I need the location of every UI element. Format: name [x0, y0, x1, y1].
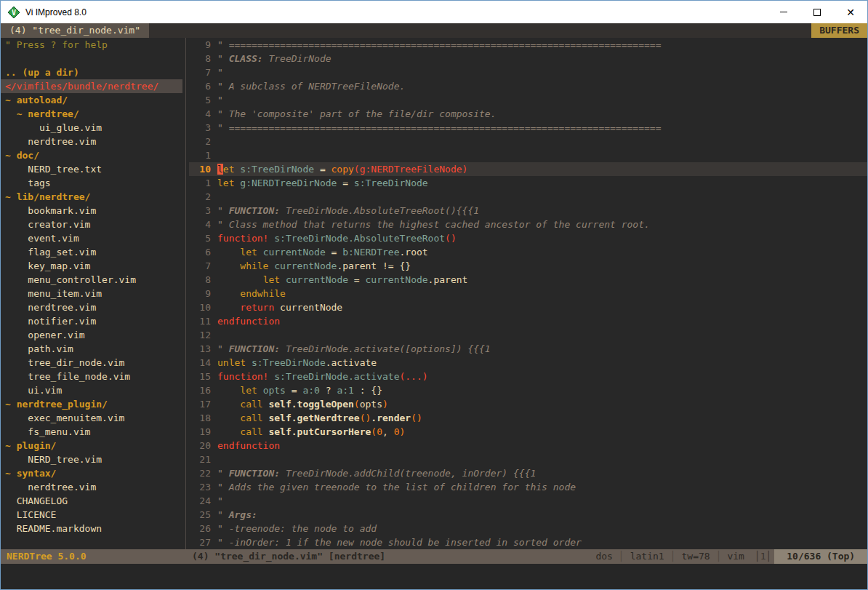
code-line[interactable]: 4" The 'composite' part of the file/dir …: [189, 107, 867, 121]
code-line[interactable]: 10let s:TreeDirNode = copy(g:NERDTreeFil…: [189, 162, 867, 176]
tree-item[interactable]: nerdtree.vim: [1, 135, 182, 148]
tree-item[interactable]: nerdtree.vim: [1, 480, 182, 494]
tree-item[interactable]: flag_set.vim: [1, 245, 182, 259]
code-line[interactable]: 26" -treenode: the node to add: [189, 522, 867, 535]
tree-item-label: tree_dir_node.vim: [5, 357, 124, 368]
code-line[interactable]: 12: [189, 328, 867, 342]
close-button[interactable]: ✕: [834, 1, 867, 23]
tree-item[interactable]: key_map.vim: [1, 259, 182, 273]
code-line[interactable]: 16 let opts = a:0 ? a:1 : {}: [189, 383, 867, 397]
code-line[interactable]: 22" FUNCTION: TreeDirNode.addChild(treen…: [189, 466, 867, 480]
code-line[interactable]: 8" CLASS: TreeDirNode: [189, 52, 867, 65]
code-line[interactable]: 8 let currentNode = currentNode.parent: [189, 273, 867, 287]
tree-item[interactable]: creator.vim: [1, 218, 182, 231]
command-line[interactable]: [1, 564, 867, 589]
line-number: 7: [189, 65, 211, 79]
tree-item[interactable]: path.vim: [1, 342, 182, 356]
code-line[interactable]: 2: [189, 190, 867, 204]
tree-item[interactable]: NERD_tree.txt: [1, 162, 182, 176]
tree-item[interactable]: opener.vim: [1, 328, 182, 342]
buffers-tab[interactable]: BUFFERS: [811, 23, 867, 38]
tree-item[interactable]: nerdtree.vim: [1, 300, 182, 314]
line-number: 25: [189, 508, 211, 522]
code-line[interactable]: 25" Args:: [189, 508, 867, 522]
code-line[interactable]: 2: [189, 135, 867, 148]
code-token: [217, 247, 240, 258]
tree-item[interactable]: ~ nerdtree_plugin/: [1, 397, 182, 411]
tree-item[interactable]: ~ doc/: [1, 148, 182, 162]
tree-item[interactable]: README.markdown: [1, 522, 182, 535]
code-line[interactable]: 27" -inOrder: 1 if the new node should b…: [189, 535, 867, 549]
tree-item[interactable]: tree_dir_node.vim: [1, 356, 182, 370]
code-line[interactable]: 15function! s:TreeDirNode.activate(...): [189, 370, 867, 383]
code-line[interactable]: 19 call self.putCursorHere(0, 0): [189, 425, 867, 439]
code-line[interactable]: 11endfunction: [189, 314, 867, 328]
code-text: call self.putCursorHere(0, 0): [211, 425, 405, 439]
code-line[interactable]: 4" Class method that returns the highest…: [189, 218, 867, 231]
code-line[interactable]: 3" =====================================…: [189, 121, 867, 135]
editor-panel[interactable]: 9" =====================================…: [189, 38, 867, 549]
code-line[interactable]: 5function! s:TreeDirNode.AbsoluteTreeRoo…: [189, 231, 867, 245]
code-line[interactable]: 17 call self.toggleOpen(opts): [189, 397, 867, 411]
code-line[interactable]: 21: [189, 453, 867, 466]
window-separator[interactable]: [182, 38, 189, 549]
tree-item[interactable]: event.vim: [1, 231, 182, 245]
line-number: 5: [189, 93, 211, 107]
tree-item-label: menu_item.vim: [5, 288, 102, 299]
tree-item[interactable]: menu_item.vim: [1, 287, 182, 300]
tree-item[interactable]: ~ autoload/: [1, 93, 182, 107]
tree-item[interactable]: LICENCE: [1, 508, 182, 522]
tree-item[interactable]: bookmark.vim: [1, 204, 182, 218]
tree-item[interactable]: ~ syntax/: [1, 466, 182, 480]
code-line[interactable]: 13" FUNCTION: TreeDirNode.activate([opti…: [189, 342, 867, 356]
code-line[interactable]: 20endfunction: [189, 439, 867, 453]
code-text: call self.getNerdtree().render(): [211, 411, 422, 425]
tree-item[interactable]: tree_file_node.vim: [1, 370, 182, 383]
tree-item-label: ui.vim: [5, 385, 62, 396]
tree-item[interactable]: ui_glue.vim: [1, 121, 182, 135]
code-line[interactable]: 5": [189, 93, 867, 107]
tree-item[interactable]: " Press ? for help: [1, 38, 182, 52]
maximize-button[interactable]: [800, 1, 834, 23]
code-line[interactable]: 18 call self.getNerdtree().render(): [189, 411, 867, 425]
tree-item[interactable]: ~ plugin/: [1, 439, 182, 453]
tree-item[interactable]: ui.vim: [1, 383, 182, 397]
code-line[interactable]: 3" FUNCTION: TreeDirNode.AbsoluteTreeRoo…: [189, 204, 867, 218]
tree-root-item[interactable]: </vimfiles/bundle/nerdtree/: [1, 79, 182, 93]
tree-item[interactable]: menu_controller.vim: [1, 273, 182, 287]
code-line[interactable]: 6 let currentNode = b:NERDTree.root: [189, 245, 867, 259]
tree-item[interactable]: CHANGELOG: [1, 494, 182, 508]
tree-item[interactable]: .. (up a dir): [1, 65, 182, 79]
tree-item[interactable]: [1, 535, 182, 549]
code-line[interactable]: 7": [189, 65, 867, 79]
tree-item[interactable]: ~ nerdtree/: [1, 107, 182, 121]
tree-item-label: ~ lib/nerdtree/: [5, 191, 90, 202]
code-line[interactable]: 1let g:NERDTreeDirNode = s:TreeDirNode: [189, 176, 867, 190]
code-line[interactable]: 10 return currentNode: [189, 300, 867, 314]
minimize-button[interactable]: [767, 1, 800, 23]
line-number: 16: [189, 383, 211, 397]
code-line[interactable]: 23" Adds the given treenode to the list …: [189, 480, 867, 494]
code-text: unlet s:TreeDirNode.activate: [211, 356, 377, 370]
code-line[interactable]: 6" A subclass of NERDTreeFileNode.: [189, 79, 867, 93]
tree-item[interactable]: exec_menuitem.vim: [1, 411, 182, 425]
code-token: " The 'composite' part of the file/dir c…: [217, 108, 497, 119]
tree-item[interactable]: fs_menu.vim: [1, 425, 182, 439]
tree-item[interactable]: [1, 52, 182, 65]
code-line[interactable]: 7 while currentNode.parent != {}: [189, 259, 867, 273]
code-line[interactable]: 14unlet s:TreeDirNode.activate: [189, 356, 867, 370]
code-line[interactable]: 9 endwhile: [189, 287, 867, 300]
nerdtree-panel[interactable]: " Press ? for help.. (up a dir)</vimfile…: [1, 38, 182, 549]
tree-item[interactable]: NERD_tree.vim: [1, 453, 182, 466]
tree-item[interactable]: tags: [1, 176, 182, 190]
code-line[interactable]: 1: [189, 148, 867, 162]
tree-item[interactable]: notifier.vim: [1, 314, 182, 328]
code-line[interactable]: 24": [189, 494, 867, 508]
tree-item[interactable]: ~ lib/nerdtree/: [1, 190, 182, 204]
code-line[interactable]: 9" =====================================…: [189, 38, 867, 52]
tab-tree-dir-node[interactable]: (4) "tree_dir_node.vim": [1, 23, 149, 38]
code-text: ": [211, 65, 223, 79]
code-text: [211, 190, 217, 204]
code-token: function!: [217, 371, 268, 382]
line-number: 2: [189, 190, 211, 204]
